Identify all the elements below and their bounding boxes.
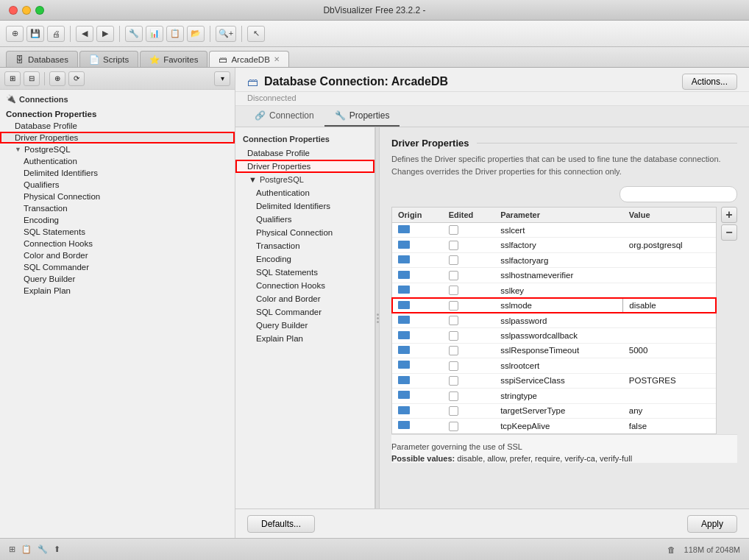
- value-cell: [623, 283, 716, 297]
- table-row: sslrootcert: [392, 358, 716, 373]
- sidebar-btn-collapse[interactable]: ⊟: [24, 71, 40, 86]
- remove-row-button[interactable]: −: [721, 224, 737, 241]
- tab-arcadedb-close[interactable]: ✕: [274, 55, 280, 63]
- arcadedb-icon: 🗃: [219, 55, 227, 64]
- toolbar-btn-8[interactable]: 📋: [166, 26, 184, 42]
- tree-driver-properties[interactable]: Driver Properties: [0, 132, 235, 143]
- props-sql-commander[interactable]: SQL Commander: [241, 305, 374, 319]
- table-row: sslmodedisable: [392, 298, 716, 313]
- tree-delimited-identifiers[interactable]: Delimited Identifiers: [0, 167, 235, 179]
- tree-postgresql[interactable]: ▼ PostgreSQL: [0, 143, 235, 155]
- edit-checkbox[interactable]: [449, 376, 458, 386]
- search-container: 🔍: [391, 186, 737, 202]
- properties-tab-icon: 🔧: [335, 110, 346, 121]
- props-physical-connection[interactable]: Physical Connection: [241, 226, 374, 239]
- props-table-body: sslcertsslfactoryorg.postgresqlsslfactor…: [392, 223, 716, 433]
- tab-scripts[interactable]: 📄 Scripts: [79, 51, 138, 67]
- status-label: Disconnected: [247, 93, 297, 102]
- edit-checkbox[interactable]: [449, 241, 458, 250]
- driver-props-description: Defines the Driver specific properties t…: [391, 153, 737, 177]
- props-postgresql-header[interactable]: ▼ PostgreSQL: [241, 173, 374, 186]
- sidebar-toolbar: ⊞ ⊟ ⊕ ⟳ ▾: [0, 68, 235, 90]
- props-connection-hooks[interactable]: Connection Hooks: [241, 279, 374, 292]
- sidebar-btn-filter[interactable]: ⊕: [49, 71, 65, 86]
- props-color-border[interactable]: Color and Border: [241, 292, 374, 305]
- tree-sql-statements[interactable]: SQL Statements: [0, 226, 235, 238]
- status-icon-4: ⬆: [54, 545, 60, 554]
- tab-connection[interactable]: 🔗 Connection: [244, 106, 324, 127]
- sidebar-btn-refresh[interactable]: ⟳: [68, 71, 85, 86]
- props-explain-plan[interactable]: Explain Plan: [241, 332, 374, 345]
- tree-transaction[interactable]: Transaction: [0, 202, 235, 214]
- toolbar-btn-9[interactable]: 📂: [187, 26, 205, 42]
- toolbar-btn-2[interactable]: 💾: [26, 26, 44, 42]
- value-cell: false: [623, 419, 716, 433]
- edit-checkbox[interactable]: [449, 316, 458, 325]
- tree-query-builder[interactable]: Query Builder: [0, 273, 235, 285]
- props-authentication[interactable]: Authentication: [241, 186, 374, 199]
- tree-encoding[interactable]: Encoding: [0, 214, 235, 226]
- props-sql-statements[interactable]: SQL Statements: [241, 266, 374, 279]
- toolbar-btn-cursor[interactable]: ↖: [247, 26, 265, 42]
- props-transaction[interactable]: Transaction: [241, 239, 374, 252]
- toolbar-btn-10[interactable]: 🔍+: [216, 26, 236, 42]
- toolbar-btn-1[interactable]: ⊕: [6, 26, 24, 42]
- props-delimited-ids[interactable]: Delimited Identifiers: [241, 199, 374, 213]
- left-sidebar: ⊞ ⊟ ⊕ ⟳ ▾ 🔌 Connections Connection Prope…: [0, 68, 235, 538]
- tab-favorites[interactable]: ⭐ Favorites: [140, 51, 207, 67]
- props-encoding[interactable]: Encoding: [241, 252, 374, 266]
- minimize-button[interactable]: [22, 6, 31, 15]
- edit-checkbox[interactable]: [449, 286, 458, 295]
- tree-driver-props-label: Driver Properties: [15, 133, 78, 142]
- tree-physical-connection[interactable]: Physical Connection: [0, 191, 235, 202]
- tree-authentication[interactable]: Authentication: [0, 155, 235, 167]
- maximize-button[interactable]: [35, 6, 44, 15]
- props-query-builder[interactable]: Query Builder: [241, 319, 374, 332]
- tree-transaction-label: Transaction: [24, 204, 68, 213]
- tree-explain-plan[interactable]: Explain Plan: [0, 285, 235, 297]
- toolbar-btn-4[interactable]: ◀: [76, 26, 93, 42]
- value-cell[interactable]: disable: [623, 298, 716, 313]
- origin-flag: [398, 421, 410, 429]
- value-cell: POSTGRES: [623, 373, 716, 388]
- tree-sql-commander[interactable]: SQL Commander: [0, 261, 235, 273]
- toolbar-btn-6[interactable]: 🔧: [125, 26, 143, 42]
- edit-checkbox[interactable]: [449, 331, 458, 341]
- sidebar-btn-more[interactable]: ▾: [214, 71, 230, 86]
- edit-checkbox[interactable]: [449, 271, 458, 280]
- connections-header: 🔌 Connections: [0, 90, 235, 107]
- toolbar-btn-3[interactable]: 🖨: [47, 26, 65, 42]
- props-qualifiers[interactable]: Qualifiers: [241, 213, 374, 226]
- defaults-button[interactable]: Defaults...: [247, 515, 315, 533]
- edit-checkbox[interactable]: [449, 346, 458, 355]
- tree-qualifiers[interactable]: Qualifiers: [0, 179, 235, 191]
- parameter-cell: sslpasswordcallback: [494, 328, 623, 343]
- table-row: tcpKeepAlivefalse: [392, 419, 716, 433]
- props-driver-properties[interactable]: Driver Properties: [235, 160, 374, 173]
- add-row-button[interactable]: +: [721, 207, 737, 223]
- edit-checkbox[interactable]: [449, 225, 458, 235]
- actions-button[interactable]: Actions...: [682, 74, 737, 90]
- tab-databases[interactable]: 🗄 Databases: [6, 51, 78, 67]
- edit-checkbox[interactable]: [449, 255, 458, 265]
- toolbar-btn-7[interactable]: 📊: [146, 26, 163, 42]
- edit-checkbox[interactable]: [449, 391, 458, 401]
- edit-checkbox[interactable]: [449, 301, 458, 311]
- edit-checkbox[interactable]: [449, 361, 458, 371]
- toolbar-btn-5[interactable]: ▶: [96, 26, 114, 42]
- sidebar-btn-expand[interactable]: ⊞: [4, 71, 21, 86]
- tree-connection-hooks[interactable]: Connection Hooks: [0, 238, 235, 249]
- status-icon-1: ⊞: [9, 545, 15, 554]
- props-database-profile[interactable]: Database Profile: [235, 146, 374, 160]
- tab-properties[interactable]: 🔧 Properties: [324, 106, 400, 127]
- apply-button[interactable]: Apply: [687, 515, 737, 533]
- search-input[interactable]: [620, 186, 737, 202]
- close-button[interactable]: [9, 6, 18, 15]
- tree-connection-properties[interactable]: Connection Properties: [0, 108, 235, 120]
- origin-flag: [398, 225, 410, 233]
- edit-checkbox[interactable]: [449, 406, 458, 416]
- tab-arcadedb[interactable]: 🗃 ArcadeDB ✕: [209, 51, 288, 67]
- edit-checkbox[interactable]: [449, 422, 458, 431]
- tree-database-profile[interactable]: Database Profile: [0, 120, 235, 132]
- tree-color-and-border[interactable]: Color and Border: [0, 249, 235, 261]
